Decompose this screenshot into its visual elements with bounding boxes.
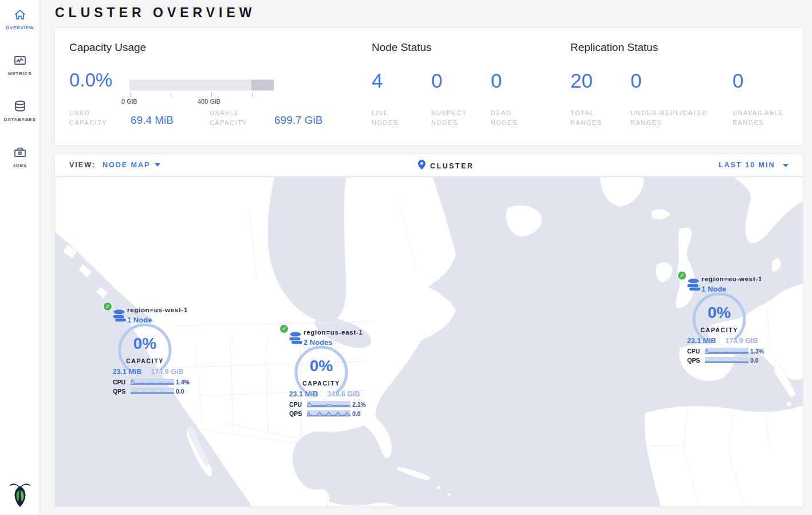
capacity-bar-reserved-segment bbox=[251, 80, 274, 91]
unavailable-ranges-label: UNAVAILABLE RANGES bbox=[732, 108, 798, 128]
cpu-value: 1.3% bbox=[750, 348, 764, 355]
healthy-check-icon: ✓ bbox=[280, 325, 288, 333]
cpu-label: CPU bbox=[289, 401, 306, 408]
capacity-percent: 0% bbox=[290, 357, 353, 375]
suspect-nodes-label: SUSPECT NODES bbox=[431, 108, 480, 128]
cpu-label: CPU bbox=[113, 379, 130, 386]
chevron-down-icon[interactable] bbox=[783, 164, 789, 167]
dead-nodes-value: 0 bbox=[491, 69, 502, 92]
qps-sparkline bbox=[705, 357, 748, 363]
sidebar-item-label: OVERVIEW bbox=[0, 25, 40, 30]
map-pin-icon bbox=[418, 160, 425, 172]
qps-value: 0.0 bbox=[176, 388, 184, 395]
healthy-check-icon: ✓ bbox=[678, 272, 686, 280]
sidebar-item-label: METRICS bbox=[0, 71, 40, 76]
qps-label: QPS bbox=[289, 410, 306, 417]
used-capacity-label: USED CAPACITY bbox=[69, 108, 121, 128]
qps-value: 0.0 bbox=[352, 410, 361, 417]
qps-value: 0.0 bbox=[750, 357, 759, 364]
cpu-label: CPU bbox=[687, 348, 704, 355]
live-nodes-label: LIVE NODES bbox=[372, 108, 417, 128]
capacity-usage-title: Capacity Usage bbox=[69, 41, 146, 54]
cpu-sparkline bbox=[131, 379, 174, 385]
capacity-tick bbox=[211, 93, 212, 97]
under-replicated-value: 0 bbox=[630, 69, 641, 92]
dead-nodes-label: DEAD NODES bbox=[491, 108, 531, 128]
chevron-down-icon[interactable] bbox=[155, 163, 160, 167]
sidebar-item-databases[interactable]: DATABASES bbox=[0, 99, 40, 122]
capacity-percent: 0% bbox=[688, 304, 751, 322]
view-bar: VIEW: NODE MAP CLUSTER LAST 10 MIN bbox=[54, 154, 803, 176]
cpu-value: 2.1% bbox=[352, 401, 366, 408]
sidebar-item-label: DATABASES bbox=[0, 117, 40, 122]
time-range-selector[interactable]: LAST 10 MIN bbox=[719, 161, 789, 169]
used-capacity-value: 69.4 MiB bbox=[131, 114, 174, 127]
qps-sparkline bbox=[307, 410, 350, 416]
view-selector[interactable]: NODE MAP bbox=[103, 161, 150, 169]
qps-sparkline bbox=[131, 388, 174, 394]
capacity-tick-label: 400 GiB bbox=[198, 98, 232, 105]
capacity-bar bbox=[129, 80, 274, 91]
capacity-percent: 0.0% bbox=[69, 69, 112, 91]
capacity-tick bbox=[171, 93, 171, 97]
sidebar-item-label: JOBS bbox=[0, 163, 40, 168]
sidebar: OVERVIEW METRICS DATABASES JOBS bbox=[0, 0, 40, 515]
capacity-percent: 0% bbox=[113, 335, 176, 353]
node-status-title: Node Status bbox=[372, 41, 432, 54]
capacity-tick-label: 0 GiB bbox=[121, 98, 156, 105]
live-nodes-value: 4 bbox=[372, 69, 383, 92]
time-range-value[interactable]: LAST 10 MIN bbox=[719, 161, 775, 169]
qps-label: QPS bbox=[113, 388, 130, 395]
main-content: CLUSTER OVERVIEW Capacity Usage 0.0% 0 G… bbox=[41, 0, 812, 515]
used-capacity: 23.1 MiB bbox=[286, 390, 321, 398]
used-capacity: 23.1 MiB bbox=[109, 368, 145, 376]
region-label: region=us-east-1 bbox=[303, 329, 363, 336]
sidebar-item-jobs[interactable]: JOBS bbox=[0, 145, 40, 168]
home-icon bbox=[0, 7, 40, 22]
used-capacity: 23.1 MiB bbox=[684, 337, 719, 345]
node-map-panel: ✓ region=us-west-1 1 Node 0% CAPACITY 23… bbox=[54, 176, 803, 507]
cpu-value: 1.4% bbox=[176, 379, 190, 386]
total-capacity: 174.9 GiB bbox=[146, 368, 188, 376]
capacity-label: CAPACITY bbox=[688, 327, 751, 333]
total-capacity: 174.9 GiB bbox=[720, 337, 763, 345]
cpu-sparkline bbox=[705, 348, 748, 354]
region-label: region=eu-west-1 bbox=[701, 276, 762, 282]
summary-panel: Capacity Usage 0.0% 0 GiB 400 GiB USED C… bbox=[54, 27, 803, 146]
total-ranges-label: TOTAL RANGES bbox=[570, 108, 613, 128]
sidebar-item-metrics[interactable]: METRICS bbox=[0, 53, 40, 76]
usable-capacity-value: 699.7 GiB bbox=[274, 114, 323, 127]
node-marker-eu-west-1[interactable]: ✓ region=eu-west-1 1 Node 0% CAPACITY 23… bbox=[678, 272, 770, 364]
usable-capacity-label: USABLE CAPACITY bbox=[210, 108, 264, 128]
replication-status-title: Replication Status bbox=[570, 41, 658, 54]
node-marker-us-east-1[interactable]: ✓ region=us-east-1 2 Nodes 0% CAPACITY 2… bbox=[280, 325, 372, 418]
breadcrumb-cluster: CLUSTER bbox=[430, 162, 474, 170]
view-label: VIEW: bbox=[69, 161, 96, 169]
capacity-tick bbox=[130, 93, 131, 97]
cockroachdb-logo bbox=[9, 482, 31, 510]
capacity-label: CAPACITY bbox=[113, 357, 176, 364]
unavailable-ranges-value: 0 bbox=[732, 69, 743, 92]
qps-label: QPS bbox=[687, 357, 704, 364]
sidebar-item-overview[interactable]: OVERVIEW bbox=[0, 7, 40, 30]
jobs-icon bbox=[0, 145, 40, 160]
healthy-check-icon: ✓ bbox=[104, 302, 112, 310]
suspect-nodes-value: 0 bbox=[431, 69, 442, 92]
under-replicated-label: UNDER-REPLICATED RANGES bbox=[630, 108, 722, 128]
databases-icon bbox=[0, 99, 40, 114]
region-label: region=us-west-1 bbox=[127, 306, 188, 313]
total-ranges-value: 20 bbox=[570, 69, 593, 92]
cpu-sparkline bbox=[307, 401, 350, 407]
page-title: CLUSTER OVERVIEW bbox=[55, 5, 256, 21]
total-capacity: 349.8 GiB bbox=[322, 390, 365, 398]
node-marker-us-west-1[interactable]: ✓ region=us-west-1 1 Node 0% CAPACITY 23… bbox=[104, 302, 195, 395]
capacity-label: CAPACITY bbox=[290, 380, 353, 387]
capacity-tick bbox=[252, 93, 253, 97]
metrics-icon bbox=[0, 53, 40, 68]
